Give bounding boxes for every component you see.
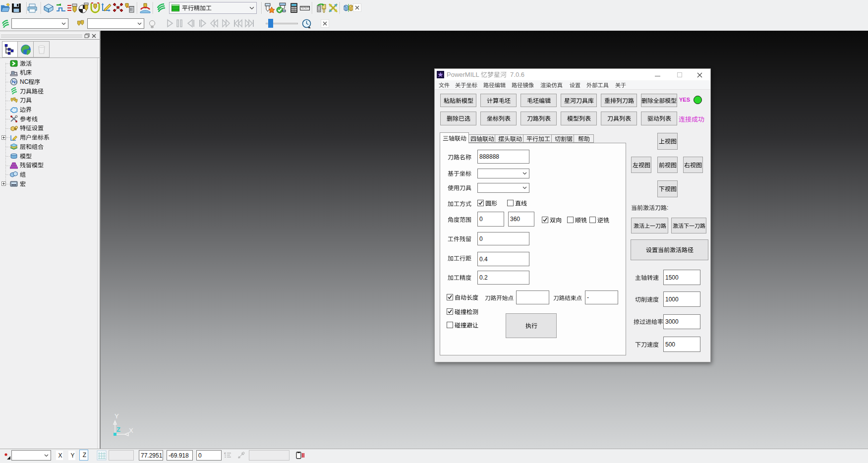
- svg-text:Z: Z: [116, 426, 120, 433]
- svg-text:X: X: [129, 427, 133, 434]
- svg-text:Y: Y: [115, 412, 119, 420]
